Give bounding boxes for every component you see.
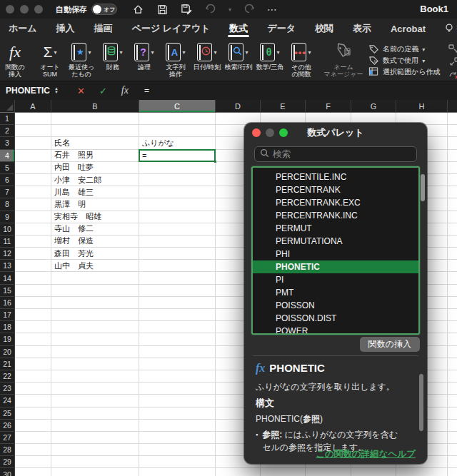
cell-A2[interactable]: [15, 125, 51, 137]
cell-E30[interactable]: [261, 468, 306, 476]
ribbon-button-recently-used[interactable]: ★▾最近使っ たもの: [66, 39, 97, 81]
cell-C30[interactable]: [139, 468, 216, 476]
insert-function-button[interactable]: fx 関数の 挿入: [0, 39, 30, 81]
cell-C7[interactable]: [139, 186, 216, 198]
cell-C4[interactable]: =: [139, 150, 216, 162]
row-header-1[interactable]: 1: [0, 113, 15, 125]
chevron-down-icon[interactable]: ▾: [182, 49, 185, 56]
cell-A4[interactable]: [15, 150, 51, 162]
save-icon[interactable]: [156, 3, 169, 16]
cell-B19[interactable]: [51, 333, 139, 345]
cell-A22[interactable]: [15, 370, 51, 383]
function-item-PERCENTRANK[interactable]: PERCENTRANK: [253, 183, 418, 196]
cell-B17[interactable]: [51, 309, 139, 321]
tab-3[interactable]: ページ レイアウト: [132, 19, 211, 39]
autosave-toggle[interactable]: オフ: [91, 4, 117, 15]
cell-B21[interactable]: [51, 358, 139, 370]
row-header-26[interactable]: 26: [0, 420, 15, 432]
row-header-10[interactable]: 10: [0, 223, 15, 236]
row-header-23[interactable]: 23: [0, 383, 15, 395]
function-item-POISSON[interactable]: POISSON: [253, 299, 418, 312]
ribbon-button-lookup[interactable]: ▾検索/行列: [223, 39, 254, 81]
row-header-8[interactable]: 8: [0, 198, 15, 211]
cell-A15[interactable]: [15, 285, 51, 297]
cell-B27[interactable]: [51, 432, 139, 444]
cell-B9[interactable]: 実相寺 昭雄: [51, 211, 139, 223]
chevron-down-icon[interactable]: ▾: [276, 49, 279, 56]
cell-B25[interactable]: [51, 407, 139, 420]
tab-4[interactable]: 数式: [229, 19, 248, 39]
remove-arrows-icon[interactable]: [448, 69, 457, 81]
name-manager-button[interactable]: ネーム マネージャー: [321, 39, 366, 81]
cell-A13[interactable]: [15, 260, 51, 272]
chevron-down-icon[interactable]: ▾: [151, 49, 154, 56]
column-header-F[interactable]: F: [306, 100, 351, 113]
cell-C22[interactable]: [139, 370, 216, 383]
cell-B7[interactable]: 川島 雄三: [51, 186, 139, 198]
formula-input[interactable]: =: [144, 86, 149, 96]
cell-C12[interactable]: [139, 248, 216, 260]
cell-G30[interactable]: [351, 468, 396, 476]
function-search-input[interactable]: 検索: [254, 146, 417, 162]
ribbon-button-use-in-formula[interactable]: fx数式で使用▾: [368, 55, 440, 66]
dialog-zoom-button[interactable]: [279, 128, 288, 137]
cell-B5[interactable]: 内田 吐夢: [51, 162, 139, 174]
chevron-down-icon[interactable]: ▾: [88, 49, 91, 56]
save-as-icon[interactable]: [180, 3, 193, 16]
cell-C21[interactable]: [139, 358, 216, 370]
cell-B30[interactable]: [51, 468, 139, 476]
function-item-PERMUT[interactable]: PERMUT: [253, 222, 418, 235]
row-header-14[interactable]: 14: [0, 272, 15, 284]
cell-B10[interactable]: 寺山 修二: [51, 223, 139, 236]
row-header-16[interactable]: 16: [0, 297, 15, 309]
row-header-11[interactable]: 11: [0, 236, 15, 248]
cell-B2[interactable]: [51, 125, 139, 137]
cancel-entry-icon[interactable]: ✕: [77, 86, 85, 96]
cell-B15[interactable]: [51, 285, 139, 297]
row-header-17[interactable]: 17: [0, 309, 15, 321]
undo-icon[interactable]: [204, 3, 217, 16]
cell-B23[interactable]: [51, 383, 139, 395]
row-header-7[interactable]: 7: [0, 186, 15, 198]
cell-C16[interactable]: [139, 297, 216, 309]
trace-precedents-icon[interactable]: [448, 44, 457, 56]
row-header-29[interactable]: 29: [0, 456, 15, 468]
cell-C10[interactable]: [139, 223, 216, 236]
cell-C26[interactable]: [139, 420, 216, 432]
close-window-button[interactable]: [6, 5, 14, 14]
row-header-18[interactable]: 18: [0, 321, 15, 333]
cell-A30[interactable]: [15, 468, 51, 476]
home-icon[interactable]: [131, 3, 144, 16]
row-header-22[interactable]: 22: [0, 370, 15, 383]
ribbon-button-math-trig[interactable]: θ▾数学/三角: [254, 39, 286, 81]
cell-C2[interactable]: [139, 125, 216, 137]
cell-A29[interactable]: [15, 456, 51, 468]
function-list[interactable]: PERCENTILE.EXCPERCENTILE.INCPERCENTRANKP…: [251, 166, 420, 335]
cell-B26[interactable]: [51, 420, 139, 432]
cell-A5[interactable]: [15, 162, 51, 174]
cell-C5[interactable]: [139, 162, 216, 174]
more-commands-icon[interactable]: ⋯: [267, 4, 278, 15]
ribbon-button-datetime[interactable]: ▾日付/時刻: [191, 39, 223, 81]
detail-scrollbar[interactable]: [419, 374, 423, 431]
cell-C25[interactable]: [139, 407, 216, 420]
cell-A1[interactable]: [15, 113, 51, 125]
zoom-window-button[interactable]: [34, 5, 43, 14]
cell-B12[interactable]: 森田 芳光: [51, 248, 139, 260]
cell-C24[interactable]: [139, 395, 216, 407]
cell-B1[interactable]: [51, 113, 139, 125]
cell-B20[interactable]: [51, 346, 139, 358]
cell-C14[interactable]: [139, 272, 216, 284]
column-header-D[interactable]: D: [216, 100, 261, 113]
cell-A7[interactable]: [15, 186, 51, 198]
cell-C18[interactable]: [139, 321, 216, 333]
column-header-A[interactable]: A: [15, 100, 51, 113]
cell-B4[interactable]: 石井 照男: [51, 150, 139, 162]
function-item-POWER[interactable]: POWER: [253, 325, 418, 335]
ribbon-button-financial[interactable]: ▾財務: [97, 39, 129, 81]
row-header-24[interactable]: 24: [0, 395, 15, 407]
function-list-scrollbar[interactable]: [421, 174, 425, 201]
cell-A21[interactable]: [15, 358, 51, 370]
function-item-PHI[interactable]: PHI: [253, 248, 418, 260]
chevron-down-icon[interactable]: ▾: [308, 49, 311, 56]
